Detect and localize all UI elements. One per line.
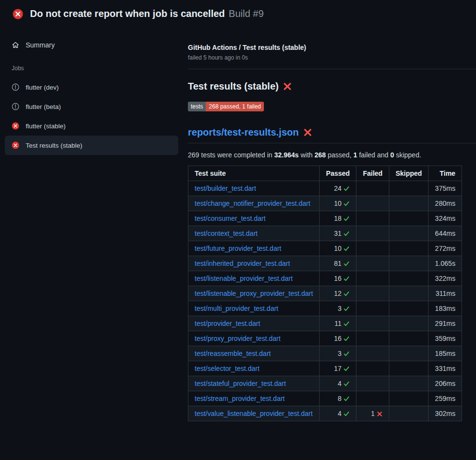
- table-row: test/proxy_provider_test.dart16359ms: [188, 331, 462, 346]
- summary-segment: failed and: [357, 151, 391, 159]
- failed-cell: [356, 181, 389, 196]
- column-header: Test suite: [188, 166, 320, 181]
- results-table: Test suitePassedFailedSkippedTime test/b…: [188, 166, 462, 421]
- sidebar: Summary Jobs flutter (dev)flutter (beta)…: [0, 25, 188, 155]
- time-cell: 311ms: [429, 286, 462, 301]
- failed-cell: [356, 226, 389, 241]
- failed-cell: [356, 271, 389, 286]
- sidebar-jobs-list: flutter (dev)flutter (beta)flutter (stab…: [5, 77, 178, 155]
- sidebar-job-item[interactable]: flutter (beta): [5, 97, 178, 116]
- summary-segment: skipped.: [394, 151, 421, 159]
- table-row: test/stream_provider_test.dart8259ms: [188, 391, 462, 406]
- test-suite-link[interactable]: test/listenable_provider_test.dart: [195, 275, 292, 282]
- check-icon: [343, 230, 350, 237]
- time-cell: 644ms: [429, 226, 462, 241]
- test-suite-link[interactable]: test/change_notifier_provider_test.dart: [195, 199, 310, 207]
- test-suite-link[interactable]: test/context_test.dart: [195, 230, 258, 237]
- failed-cell: [356, 361, 389, 376]
- skipped-cell: [389, 301, 428, 316]
- failed-cell: [356, 256, 389, 271]
- breadcrumb: GitHub Actions / Test results (stable): [188, 44, 476, 51]
- cancelled-icon: [12, 103, 19, 110]
- test-suite-link[interactable]: test/multi_provider_test.dart: [195, 305, 278, 312]
- failed-cell: [356, 301, 389, 316]
- check-icon: [343, 396, 350, 402]
- summary-segment: passed,: [326, 151, 353, 159]
- test-suite-link[interactable]: test/reassemble_test.dart: [195, 350, 271, 357]
- passed-cell: 10: [320, 241, 356, 256]
- table-row: test/listenable_proxy_provider_test.dart…: [188, 286, 462, 301]
- skipped-cell: [389, 361, 428, 376]
- check-icon: [343, 306, 350, 312]
- failed-cell: [356, 286, 389, 301]
- report-link[interactable]: reports/test-results.json: [188, 127, 299, 138]
- run-status-text: failed 5 hours ago in 0s: [188, 54, 476, 61]
- report-heading-row: reports/test-results.json: [188, 127, 476, 143]
- test-suite-link[interactable]: test/provider_test.dart: [195, 320, 260, 327]
- failed-x-icon: [304, 128, 312, 137]
- x-circle-icon: [12, 141, 19, 149]
- time-cell: 302ms: [429, 406, 462, 421]
- test-suite-link[interactable]: test/value_listenable_provider_test.dart: [195, 410, 313, 417]
- passed-cell: 4: [320, 376, 356, 391]
- time-cell: 272ms: [429, 241, 462, 256]
- results-summary-text: 269 tests were completed in 32.964s with…: [188, 151, 476, 159]
- passed-cell: 31: [320, 226, 356, 241]
- skipped-cell: [389, 211, 428, 226]
- failed-cell: [356, 346, 389, 361]
- check-icon: [343, 291, 350, 297]
- failed-x-icon: [283, 82, 292, 91]
- check-icon: [343, 321, 350, 327]
- skipped-cell: [389, 406, 428, 421]
- column-header: Skipped: [389, 166, 428, 181]
- failed-cell: [356, 211, 389, 226]
- failed-cell: [356, 316, 389, 331]
- table-row: test/multi_provider_test.dart3183ms: [188, 301, 462, 316]
- check-icon: [343, 351, 350, 357]
- test-suite-link[interactable]: test/selector_test.dart: [195, 365, 260, 372]
- badge-value: 268 passed, 1 failed: [206, 102, 263, 111]
- x-circle-icon: [12, 122, 19, 130]
- passed-cell: 24: [320, 181, 356, 196]
- test-suite-link[interactable]: test/future_provider_test.dart: [195, 245, 281, 252]
- summary-segment: 268: [315, 151, 326, 159]
- skipped-cell: [389, 331, 428, 346]
- sidebar-job-item[interactable]: flutter (stable): [5, 116, 178, 136]
- results-table-head: Test suitePassedFailedSkippedTime: [188, 166, 462, 181]
- sidebar-summary-label: Summary: [26, 41, 55, 49]
- failed-cell: [356, 376, 389, 391]
- test-suite-link[interactable]: test/listenable_proxy_provider_test.dart: [195, 290, 313, 297]
- failed-cell: [356, 241, 389, 256]
- job-label: flutter (dev): [26, 84, 59, 91]
- sidebar-item-summary[interactable]: Summary: [5, 37, 178, 53]
- table-row: test/context_test.dart31644ms: [188, 226, 462, 241]
- test-suite-link[interactable]: test/stateful_provider_test.dart: [195, 380, 286, 387]
- time-cell: 259ms: [429, 391, 462, 406]
- sidebar-job-item[interactable]: flutter (dev): [5, 77, 178, 97]
- test-suite-link[interactable]: test/builder_test.dart: [195, 184, 256, 192]
- divider: [188, 69, 476, 69]
- time-cell: 1.065s: [429, 256, 462, 271]
- summary-segment: 0: [390, 151, 394, 159]
- failed-cell: [356, 391, 389, 406]
- sidebar-job-item[interactable]: Test results (stable): [5, 136, 178, 155]
- test-suite-link[interactable]: test/inherited_provider_test.dart: [195, 260, 290, 267]
- run-header: Do not create report when job is cancell…: [0, 0, 476, 25]
- check-icon: [343, 366, 350, 372]
- skipped-cell: [389, 271, 428, 286]
- section-title-row: Test results (stable): [188, 81, 476, 92]
- job-label: Test results (stable): [26, 142, 82, 149]
- passed-cell: 10: [320, 196, 356, 211]
- table-row: test/future_provider_test.dart10272ms: [188, 241, 462, 256]
- job-label: flutter (stable): [26, 123, 66, 130]
- test-suite-link[interactable]: test/proxy_provider_test.dart: [195, 335, 280, 342]
- passed-cell: 17: [320, 361, 356, 376]
- failed-cell: [356, 196, 389, 211]
- time-cell: 331ms: [429, 361, 462, 376]
- failed-cell: [356, 331, 389, 346]
- main-panel: GitHub Actions / Test results (stable) f…: [188, 25, 476, 421]
- table-row: test/change_notifier_provider_test.dart1…: [188, 196, 462, 211]
- test-suite-link[interactable]: test/stream_provider_test.dart: [195, 395, 285, 402]
- badge-label: tests: [188, 102, 206, 111]
- test-suite-link[interactable]: test/consumer_test.dart: [195, 215, 265, 222]
